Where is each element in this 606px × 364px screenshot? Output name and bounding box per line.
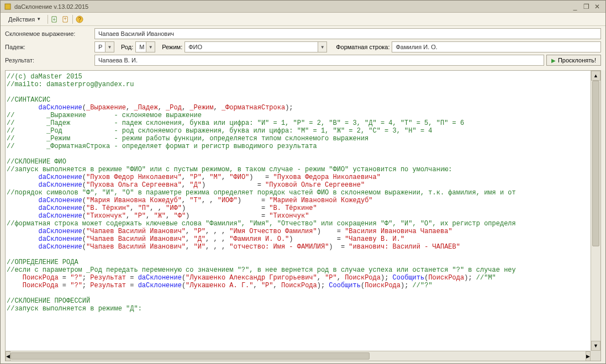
form-panel: Склоняемое выражение: Падеж: ▼ Род: ▼ Ре… <box>1 26 605 70</box>
scroll-right-icon[interactable]: ▶ <box>586 351 591 361</box>
divider <box>72 15 73 24</box>
padezh-label: Падеж: <box>5 44 92 50</box>
expression-label: Склоняемое выражение: <box>5 30 92 37</box>
app-icon <box>4 3 12 10</box>
vertical-scrollbar[interactable]: ▲ ▼ <box>591 71 600 351</box>
help-icon[interactable]: ? <box>75 15 84 24</box>
format-label: Форматная строка: <box>336 44 389 50</box>
restore-button[interactable]: ❐ <box>581 2 591 11</box>
import-icon[interactable] <box>50 15 59 24</box>
svg-rect-0 <box>5 4 10 9</box>
scroll-thumb[interactable] <box>592 81 599 246</box>
mode-label: Режим: <box>162 44 182 50</box>
toolbar: Действия ▼ ? <box>1 13 605 26</box>
chevron-down-icon: ▼ <box>36 17 41 22</box>
svg-text:?: ? <box>78 17 81 23</box>
chevron-down-icon[interactable]: ▼ <box>318 42 326 52</box>
actions-label: Действия <box>8 16 35 23</box>
result-output[interactable] <box>94 55 544 66</box>
close-button[interactable]: ✕ <box>592 2 602 11</box>
code-editor[interactable]: //(c) daMaster 2015 //mailto: damasterpr… <box>6 71 600 361</box>
titlebar: daСклонение v.13.02.2015 _ ❐ ✕ <box>1 1 605 13</box>
window-title: daСклонение v.13.02.2015 <box>14 3 570 10</box>
minimize-button[interactable]: _ <box>570 2 580 11</box>
app-window: daСклонение v.13.02.2015 _ ❐ ✕ Действия … <box>0 0 606 364</box>
chevron-down-icon[interactable]: ▼ <box>105 42 114 52</box>
chevron-down-icon[interactable]: ▼ <box>146 42 155 52</box>
scroll-down-icon[interactable]: ▼ <box>591 341 600 351</box>
run-label: Просклонять! <box>558 57 596 64</box>
export-icon[interactable] <box>61 15 70 24</box>
rod-label: Род: <box>121 44 133 50</box>
result-label: Результат: <box>5 57 92 64</box>
code-editor-wrap: //(c) daMaster 2015 //mailto: damasterpr… <box>5 70 601 361</box>
expression-input[interactable] <box>94 28 601 39</box>
scroll-up-icon[interactable]: ▲ <box>591 71 600 81</box>
divider <box>48 15 48 24</box>
run-button[interactable]: ▶ Просклонять! <box>546 55 601 66</box>
actions-menu[interactable]: Действия ▼ <box>4 15 45 24</box>
mode-select[interactable] <box>185 41 327 52</box>
horizontal-scrollbar[interactable]: ◀ ▶ <box>6 351 591 361</box>
scroll-corner <box>591 351 600 361</box>
scroll-left-icon[interactable]: ◀ <box>6 351 10 361</box>
play-icon: ▶ <box>551 57 556 64</box>
scroll-thumb[interactable] <box>10 352 370 360</box>
format-input[interactable] <box>392 41 601 52</box>
